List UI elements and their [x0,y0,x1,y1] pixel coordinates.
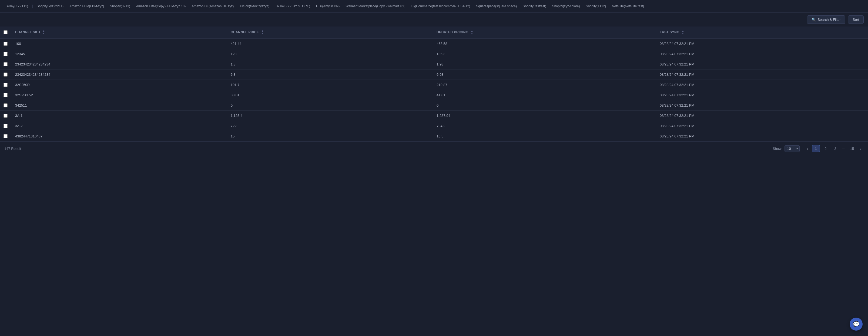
row-sku-8: 3A-2 [11,121,226,131]
col-header-channel-sku[interactable]: CHANNEL SKU ▲▼ [11,27,226,38]
channel-tab-ftp-amylin[interactable]: FTP(Amylin DN) [313,3,342,10]
row-checkbox-6[interactable] [3,103,7,107]
row-last-sync-9: 08/28/24 07:32:21 PM [655,131,868,141]
per-page-select-wrapper[interactable]: 10 25 50 100 [784,145,800,152]
table-header-row: CHANNEL SKU ▲▼ CHANNEL PRICE ▲▼ UPDATED … [0,27,868,38]
table-row: 43824471310487 15 16.5 08/28/24 07:32:21… [0,131,868,141]
search-icon: 🔍 [811,18,816,22]
channel-tab-tiktok-zyzzyz[interactable]: TikTok(tiktok zyzzyz) [237,3,272,10]
row-last-sync-6: 08/28/24 07:32:21 PM [655,100,868,110]
channel-tab-shopify-3213[interactable]: Shopify(3213) [107,3,133,10]
prev-page-button[interactable]: ‹ [805,145,810,152]
channel-tab-walmart[interactable]: Walmart Marketplace(Copy - walmart HY) [343,3,408,10]
row-checkbox-1[interactable] [3,52,7,56]
row-channel-price-5: 38.01 [226,90,432,100]
channel-tab-squarespace[interactable]: Squarespace(square space) [473,3,520,10]
row-checkbox-4[interactable] [3,83,7,87]
per-page-select[interactable]: 10 25 50 100 [784,145,800,152]
page-3-button[interactable]: 3 [831,145,839,152]
row-checkbox-cell-0[interactable] [0,38,11,49]
pagination: Show: 10 25 50 100 ‹ 1 2 3 ··· 15 › [773,145,864,152]
row-checkbox-3[interactable] [3,73,7,77]
row-checkbox-0[interactable] [3,41,7,46]
row-checkbox-cell-4[interactable] [0,80,11,90]
page-dots: ··· [841,145,846,152]
row-last-sync-5: 08/28/24 07:32:21 PM [655,90,868,100]
show-label: Show: [773,147,782,151]
row-checkbox-7[interactable] [3,114,7,118]
channel-tab-amazon-fbm[interactable]: Amazon FBM(FBM-zyz) [67,3,107,10]
table-row: 234234234234234234 1.8 1.98 08/28/24 07:… [0,59,868,69]
channel-tab-tiktok-zyz-hy[interactable]: TikTok(ZYZ HY STORE) [273,3,313,10]
row-checkbox-8[interactable] [3,124,7,128]
row-checkbox-9[interactable] [3,134,7,138]
page-15-button[interactable]: 15 [848,145,857,152]
table-row: 342511 0 0 08/28/24 07:32:21 PM [0,100,868,110]
row-checkbox-cell-6[interactable] [0,100,11,110]
row-channel-price-9: 15 [226,131,432,141]
row-channel-price-6: 0 [226,100,432,110]
row-checkbox-5[interactable] [3,93,7,97]
row-channel-price-8: 722 [226,121,432,131]
row-sku-4: 32S250R [11,80,226,90]
row-updated-pricing-1: 135.3 [432,49,655,59]
row-sku-5: 32S250R-2 [11,90,226,100]
sort-arrows-updated: ▲▼ [471,30,473,35]
row-updated-pricing-3: 6.93 [432,69,655,80]
row-last-sync-7: 08/28/24 07:32:21 PM [655,110,868,121]
search-filter-label: Search & Filter [817,18,841,22]
table-row: 32S250R 191.7 210.87 08/28/24 07:32:21 P… [0,80,868,90]
pagination-show: Show: 10 25 50 100 [773,145,800,152]
table-row: 100 421.44 463.58 08/28/24 07:32:21 PM [0,38,868,49]
row-checkbox-cell-5[interactable] [0,90,11,100]
search-filter-button[interactable]: 🔍 Search & Filter [807,16,845,24]
page-2-button[interactable]: 2 [822,145,830,152]
channel-divider-1: | [31,4,33,8]
sort-arrows-price: ▲▼ [261,30,264,35]
select-all-checkbox-cell[interactable] [0,27,11,38]
row-updated-pricing-2: 1.98 [432,59,655,69]
row-channel-price-4: 191.7 [226,80,432,90]
channel-tabs: eBay(ZYZ111) | Shopify(xyz22211) Amazon … [0,0,868,13]
channel-tab-bigcommerce[interactable]: BigCommerce(test bigcommer-TEST-12) [409,3,473,10]
sort-arrows-sync: ▲▼ [682,30,684,35]
data-table-container: CHANNEL SKU ▲▼ CHANNEL PRICE ▲▼ UPDATED … [0,27,868,141]
channel-tab-shopify-testtest[interactable]: Shopify(testtest) [520,3,549,10]
row-channel-price-3: 6.3 [226,69,432,80]
row-checkbox-cell-3[interactable] [0,69,11,80]
table-row: 234234234234234234 6.3 6.93 08/28/24 07:… [0,69,868,80]
row-last-sync-1: 08/28/24 07:32:21 PM [655,49,868,59]
row-last-sync-2: 08/28/24 07:32:21 PM [655,59,868,69]
row-last-sync-0: 08/28/24 07:32:21 PM [655,38,868,49]
result-count: 147 Result [4,147,21,151]
row-checkbox-2[interactable] [3,62,7,66]
row-checkbox-cell-7[interactable] [0,110,11,121]
table-row: 12345 123 135.3 08/28/24 07:32:21 PM [0,49,868,59]
table-row: 3A-2 722 794.2 08/28/24 07:32:21 PM [0,121,868,131]
toolbar: 🔍 Search & Filter Sort [0,13,868,27]
row-sku-3: 234234234234234234 [11,69,226,80]
select-all-checkbox[interactable] [3,30,7,34]
col-header-channel-price[interactable]: CHANNEL PRICE ▲▼ [226,27,432,38]
row-last-sync-4: 08/28/24 07:32:21 PM [655,80,868,90]
channel-tab-shopify-zyzzz211[interactable]: Shopify(xyz22211) [34,3,66,10]
channel-tab-amazon-fbm-copy[interactable]: Amazon FBM(Copy - FBM-zyz 10) [133,3,188,10]
row-checkbox-cell-2[interactable] [0,59,11,69]
page-1-button[interactable]: 1 [812,145,820,152]
col-header-updated-pricing[interactable]: UPDATED PRICING ▲▼ [432,27,655,38]
channel-tab-netsuite[interactable]: Netsuite(Netsuite test) [609,3,647,10]
channel-tab-shopify-zyz-colore[interactable]: Shopify(zyz-colore) [550,3,583,10]
next-page-button[interactable]: › [858,145,864,152]
channel-tab-shopify-1112[interactable]: Shopify(1112) [583,3,609,10]
sort-button[interactable]: Sort [848,16,864,24]
row-checkbox-cell-8[interactable] [0,121,11,131]
row-checkbox-cell-9[interactable] [0,131,11,141]
row-channel-price-0: 421.44 [226,38,432,49]
col-header-last-sync[interactable]: LAST SYNC ▲▼ [655,27,868,38]
row-sku-7: 3A-1 [11,110,226,121]
row-updated-pricing-5: 41.81 [432,90,655,100]
channel-tab-amazon-df[interactable]: Amazon DF(Amazon DF zyz) [189,3,237,10]
channel-tab-ebay[interactable]: eBay(ZYZ111) [4,3,31,10]
row-checkbox-cell-1[interactable] [0,49,11,59]
row-channel-price-1: 123 [226,49,432,59]
